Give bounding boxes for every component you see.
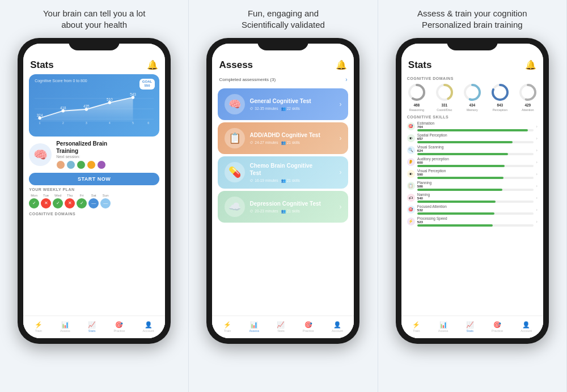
domain-score-memory: 434 [469,103,475,107]
completed-row[interactable]: Completed assessments (3) › [212,74,354,86]
nav2-practice-label: Practice [303,329,314,333]
test-info-chemo: Chemo Brain CognitiveTest ⏱ 16-19 minute… [249,162,335,183]
test-name-depression: Depression Cognitive Test [249,200,335,207]
nav3-stats-icon: 📈 [466,321,474,329]
weekly-section: YOUR WEEKLY PLAN Mon ✓ Tue ✕ Wed ✓ [29,188,159,208]
nav3-assess-label: Assess [438,329,448,333]
nav-assess[interactable]: 📊 Assess [60,321,70,333]
screen2-title: Assess [219,59,253,71]
skill-auditory: 👂 Auditory perception 600 › [407,157,538,167]
skill-icon-processing-speed: ⚡ [407,218,415,225]
domains-row: 468 Reasoning 331 Coord/Disc [407,83,538,112]
nav-account-label: Account [143,329,154,333]
nav-stats[interactable]: 📈 Stats [88,321,96,333]
nav3-stats-label: Stats [467,329,474,333]
day-circle-tue: ✕ [41,198,51,208]
nav2-account[interactable]: 👤 Account [332,321,343,333]
brain-card-sub: Next session: [56,155,159,159]
nav-train[interactable]: ⚡ Train [35,321,43,333]
phone-inner-3: Stats 🔔 COGNITIVE DOMAINS 468 [401,44,543,338]
cog-domains-label: COGNITIVE DOMAINS [407,76,538,80]
start-now-button[interactable]: START NOW [29,173,159,185]
completed-chevron: › [345,76,347,83]
nav-train-label: Train [35,329,42,333]
test-info-depression: Depression Cognitive Test ⏱ 20-23 minute… [249,200,335,214]
nav3-practice[interactable]: 🎯 Practice [492,321,503,333]
nav3-stats[interactable]: 📈 Stats [466,321,474,333]
test-meta-depression: ⏱ 20-23 minutes 👥 21 skills [249,209,335,214]
skill-icon-naming: 🏷 [407,194,415,202]
nav-practice-label: Practice [113,329,125,333]
brain-card-text: Personalized BrainTraining Next session: [56,140,159,169]
skill-chevron-8: › [536,208,537,212]
avatar-2 [66,160,75,169]
skill-icon-spatial: 👁 [407,134,415,142]
test-meta-general: ⏱ 32-35 minutes 👥 22 skills [249,106,335,111]
test-card-chemo[interactable]: 💊 Chemo Brain CognitiveTest ⏱ 16-19 minu… [218,156,348,189]
skill-info-auditory: Auditory perception 600 [417,157,534,167]
test-card-adhd[interactable]: 📋 ADD/ADHD Cognitive Test ⏱ 24-27 minute… [218,122,348,154]
nav3-train-icon: ⚡ [412,321,420,329]
nav2-account-label: Account [332,329,343,333]
bottom-nav-3: ⚡ Train 📊 Assess 📈 Stats 🎯 Practice [401,316,543,338]
skill-chevron-3: › [536,148,537,152]
nav2-account-icon: 👤 [333,321,341,329]
nav2-stats[interactable]: 📈 Stats [277,321,285,333]
skill-icon-auditory: 👂 [407,158,415,166]
svg-text:418: 418 [60,105,66,109]
skill-info-focused-attention: Focused Attention 532 [417,204,534,215]
skill-info-visual-scanning: Visual Scanning 624 [417,145,534,155]
screen1-header: Stats 🔔 [23,57,165,74]
chart-svg: 324 418 435 510 543 1 2 3 4 5 6 [35,85,154,127]
bottom-nav-1: ⚡ Train 📊 Assess 📈 Stats 🎯 Practice [23,316,165,338]
skill-icon-visual-perception: 👁 [407,170,415,178]
nav2-practice[interactable]: 🎯 Practice [303,321,314,333]
test-name-chemo: Chemo Brain CognitiveTest [249,162,335,177]
domain-name-coord: Coord/Disc [437,108,452,112]
nav3-account[interactable]: 👤 Account [521,321,532,333]
avatar-4 [87,160,96,169]
svg-text:5: 5 [132,121,134,125]
skill-bar-visual-perception [417,177,503,179]
nav2-train[interactable]: ⚡ Train [223,321,231,333]
domain-perception: 643 Perception [490,83,510,112]
skill-chevron-1: › [536,125,537,129]
avatar-5 [97,160,106,169]
skill-planning: 📋 Planning 586 › [407,181,538,191]
day-sat: Sat — [88,194,99,208]
week-days: Mon ✓ Tue ✕ Wed ✓ Thu ✕ [29,194,159,208]
day-mon: Mon ✓ [29,194,39,208]
day-circle-fri: ✓ [77,198,87,208]
nav3-assess[interactable]: 📊 Assess [438,321,448,333]
brain-card-title: Personalized BrainTraining [56,140,159,155]
nav3-practice-icon: 🎯 [493,321,501,329]
skill-info-visual-perception: Visual Perception 590 [417,169,534,179]
domain-coord: 331 Coord/Disc [435,83,454,112]
day-wed: Wed ✓ [53,194,63,208]
nav3-account-icon: 👤 [522,321,530,329]
skill-info-estimation: Estimation 764 [417,121,534,131]
chart-area: Cognitive Score from 0 to 800 GOAL 550 [29,74,159,137]
bell-icon-3: 🔔 [525,59,536,70]
goal-value: 550 [142,84,152,88]
domain-score-reasoning: 468 [413,103,420,107]
nav-practice[interactable]: 🎯 Practice [113,321,125,333]
day-sun: Sun — [100,194,111,208]
notch-1 [69,38,120,50]
test-name-adhd: ADD/ADHD Cognitive Test [249,131,335,139]
phone-1: Stats 🔔 Cognitive Score from 0 to 800 GO… [18,38,171,344]
nav-account[interactable]: 👤 Account [143,321,154,333]
test-chevron-2: › [339,134,341,142]
nav3-train[interactable]: ⚡ Train [412,321,420,333]
nav3-train-label: Train [413,329,420,333]
brain-training-card: 🧠 Personalized BrainTraining Next sessio… [29,140,159,169]
skill-bar-estimation [417,129,528,131]
test-card-general[interactable]: 🧠 General Cognitive Test ⏱ 32-35 minutes… [218,88,348,120]
test-card-depression[interactable]: ☁️ Depression Cognitive Test ⏱ 20-23 min… [218,191,348,223]
screen-stats2: Stats 🔔 COGNITIVE DOMAINS 468 [401,44,543,338]
domain-name-memory: Memory [467,108,478,112]
panel-3-title: Assess & train your cognitionPersonalize… [417,8,527,31]
domain-ring-coord [435,83,454,102]
skill-estimation: 🎯 Estimation 764 › [407,121,538,131]
nav2-assess[interactable]: 📊 Assess [249,321,259,333]
